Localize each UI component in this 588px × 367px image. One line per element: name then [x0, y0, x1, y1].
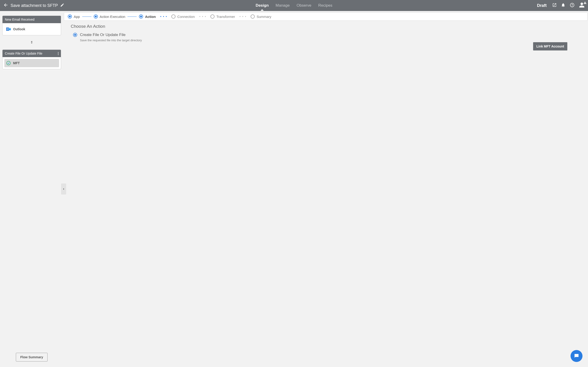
- step-action-execution[interactable]: Action Execution: [94, 15, 125, 19]
- step-action[interactable]: Action: [139, 15, 156, 19]
- link-mft-account-button[interactable]: Link MFT Account: [533, 42, 567, 50]
- topbar-right: Draft ?: [537, 2, 585, 9]
- help-icon[interactable]: ?: [570, 2, 575, 8]
- step-label: Action: [145, 15, 156, 19]
- back-arrow-icon[interactable]: [3, 2, 8, 9]
- radio-selected-icon[interactable]: [73, 33, 77, 37]
- status-badge: Draft: [537, 3, 547, 8]
- step-indicator-icon: [171, 15, 175, 19]
- svg-point-5: [7, 61, 10, 65]
- app-body: New Email Received O Outlook Create File…: [0, 11, 588, 367]
- flow-node-title: Create File Or Update File: [5, 52, 42, 55]
- step-indicator-icon: [251, 15, 255, 19]
- flow-node-header: New Email Received: [2, 16, 61, 23]
- flow-node-item-label: MFT: [13, 61, 20, 65]
- section-heading: Choose An Action: [71, 24, 582, 29]
- svg-text:?: ?: [571, 4, 573, 6]
- outlook-icon: O: [6, 26, 11, 32]
- step-connection[interactable]: Connection: [171, 15, 195, 19]
- step-label: Summary: [257, 15, 271, 19]
- step-transformer[interactable]: Transformer: [210, 15, 235, 19]
- flow-node-item[interactable]: MFT: [4, 59, 59, 67]
- top-bar: Save attachment to SFTP Design Manage Ob…: [0, 0, 588, 11]
- step-connector: [197, 16, 208, 17]
- flow-node-header: Create File Or Update File: [2, 50, 61, 57]
- flow-node-title: New Email Received: [5, 18, 35, 21]
- step-indicator-icon: [68, 15, 72, 19]
- step-indicator-icon: [210, 15, 215, 19]
- page-title: Save attachment to SFTP: [10, 3, 58, 8]
- action-option-description: Save the requested file into the target …: [80, 39, 582, 42]
- mft-icon: [6, 60, 11, 66]
- step-label: Connection: [177, 15, 195, 19]
- flow-node-action[interactable]: Create File Or Update File MFT: [2, 50, 61, 69]
- flow-node-body: MFT: [2, 57, 61, 69]
- step-indicator-icon: [139, 15, 143, 19]
- flow-node-item[interactable]: O Outlook: [4, 25, 59, 33]
- notifications-icon[interactable]: [561, 3, 565, 8]
- chat-fab[interactable]: [571, 350, 582, 362]
- step-connector: [128, 17, 137, 17]
- step-connector: [158, 16, 169, 17]
- step-indicator-icon: [94, 15, 98, 19]
- flow-node-body: O Outlook: [2, 23, 61, 35]
- flow-node-item-label: Outlook: [13, 27, 25, 31]
- main-tabs: Design Manage Observe Recipes: [255, 0, 333, 10]
- step-connector: [82, 17, 91, 17]
- step-summary[interactable]: Summary: [251, 15, 271, 19]
- tab-recipes[interactable]: Recipes: [318, 0, 333, 10]
- action-option-title: Create File Or Update File: [80, 33, 125, 37]
- step-connector: [237, 16, 248, 17]
- svg-text:O: O: [7, 28, 9, 31]
- wizard-stepper: App Action Execution Action Connection T…: [64, 12, 588, 21]
- flow-sidebar: New Email Received O Outlook Create File…: [0, 11, 63, 367]
- step-app[interactable]: App: [68, 15, 80, 19]
- action-option[interactable]: Create File Or Update File: [71, 33, 582, 37]
- tab-observe[interactable]: Observe: [296, 0, 312, 10]
- kebab-menu-icon[interactable]: [58, 52, 59, 55]
- flow-connector-icon: [2, 40, 61, 45]
- tab-design[interactable]: Design: [255, 0, 269, 10]
- tab-manage[interactable]: Manage: [275, 0, 290, 10]
- step-label: App: [74, 15, 80, 19]
- open-externally-icon[interactable]: [552, 3, 557, 8]
- edit-title-icon[interactable]: [60, 3, 64, 8]
- step-label: Action Execution: [100, 15, 125, 19]
- main-content: Choose An Action Create File Or Update F…: [63, 21, 588, 367]
- flow-summary-button[interactable]: Flow Summary: [16, 353, 48, 361]
- user-avatar-icon[interactable]: [579, 2, 585, 9]
- step-label: Transformer: [216, 15, 235, 19]
- main-column: App Action Execution Action Connection T…: [63, 11, 588, 367]
- flow-node-trigger[interactable]: New Email Received O Outlook: [2, 16, 61, 35]
- title-area: Save attachment to SFTP: [3, 2, 64, 9]
